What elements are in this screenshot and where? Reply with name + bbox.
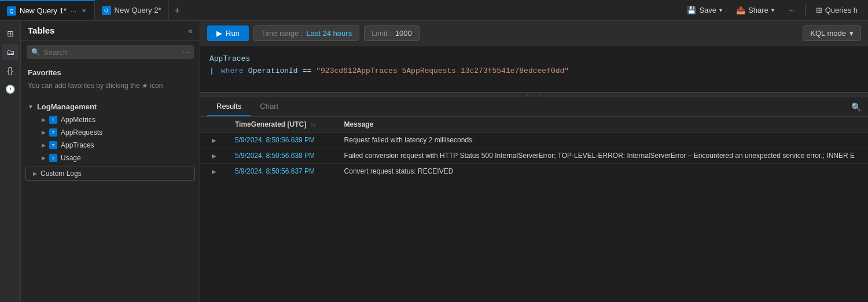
row-expand-2[interactable]: ▶ [207,149,221,163]
row-3-message: Convert request status: RECEIVED [337,164,868,179]
tables-section: ▼ LogManagement ▶ T AppMetrics ▶ T AppRe… [21,95,200,302]
code-field: OperationId [248,65,298,78]
limit-button[interactable]: Limit : 1000 [364,25,420,41]
favorites-section: Favorites You can add favorites by click… [21,64,200,95]
item-chevron-apprequests-icon: ▶ [42,130,46,135]
table-item-appmetrics[interactable]: ▶ T AppMetrics [28,113,193,126]
code-line-bar: | [209,65,214,78]
results-table-container: TimeGenerated [UTC] ↑↓ Message ▶ 5/9/202… [200,117,868,302]
queries-button[interactable]: ⊞ Queries h [810,3,863,17]
function-icon[interactable]: {} [2,62,19,79]
tab-results-label: Results [216,102,241,111]
collapse-button[interactable]: « [188,26,193,35]
time-range-button[interactable]: Time range : Last 24 hours [253,25,359,41]
share-button[interactable]: 📤 Share ▾ [730,3,780,17]
clock-icon[interactable]: 🕐 [2,81,19,97]
grid-icon[interactable]: ⊞ [2,25,19,42]
share-arrow-icon: ▾ [771,7,774,13]
queries-icon: ⊞ [816,6,822,14]
table-icon-apptraces: T [49,141,57,149]
results-table: TimeGenerated [UTC] ↑↓ Message ▶ 5/9/202… [200,117,868,179]
table-icon[interactable]: 🗂 [2,44,19,60]
code-table-name: AppTraces [209,53,250,65]
run-play-icon: ▶ [216,29,222,38]
row-1-timestamp: 5/9/2024, 8:50:56.639 PM [235,136,315,144]
item-chevron-apptraces-icon: ▶ [42,142,46,148]
time-range-label: Time range : [261,29,303,38]
results-search-icon[interactable]: 🔍 [851,102,861,112]
queries-label: Queries h [825,6,858,14]
tab-dots-1[interactable]: ··· [70,6,77,16]
panel-title: Tables [28,25,54,35]
code-line-1: AppTraces [209,53,859,65]
kql-mode-arrow-icon: ▾ [849,29,854,38]
tab-close-1[interactable]: ✕ [80,6,87,15]
row-2-message: Failed conversion request with HTTP Stat… [337,148,868,164]
side-icon-bar: ⊞ 🗂 {} 🕐 [0,21,21,302]
search-input[interactable] [43,48,179,57]
table-row: ▶ 5/9/2024, 8:50:56.639 PM Request faile… [200,132,868,148]
row-3-timestamp: 5/9/2024, 8:50:56.637 PM [235,167,315,175]
left-panel: Tables « 🔍 ··· Favorites You can add fav… [21,21,200,302]
table-icon-usage: T [49,154,57,162]
favorites-hint: You can add favorites by clicking the ★ … [28,80,193,91]
table-label-apptraces: AppTraces [61,141,94,149]
tab-bar: Q New Query 1* ··· ✕ Q New Query 2* + 💾 … [0,0,868,21]
custom-logs-label: Custom Logs [41,170,82,178]
item-chevron-appmetrics-icon: ▶ [42,117,46,123]
search-box: 🔍 ··· [27,45,194,59]
table-icon-apprequests: T [49,128,57,137]
row-expand-3[interactable]: ▶ [207,165,221,178]
run-label: Run [226,29,240,38]
custom-logs-chevron-icon: ▶ [33,171,37,176]
code-operator: == [303,65,312,78]
tab-add-button[interactable]: + [169,0,186,20]
time-range-value: Last 24 hours [306,29,352,38]
search-icon: 🔍 [31,48,40,56]
expand-col-header [200,117,228,132]
tab-chart[interactable]: Chart [251,97,288,116]
code-editor[interactable]: AppTraces | where OperationId == "923cd6… [200,46,868,93]
panel-header: Tables « [21,21,200,40]
run-button[interactable]: ▶ Run [207,25,249,41]
tab-label-1: New Query 1* [20,6,67,15]
favorites-title: Favorites [28,68,193,77]
save-button[interactable]: 💾 Save ▾ [681,3,728,17]
limit-label: Limit : [372,29,392,38]
search-more-icon[interactable]: ··· [182,47,189,57]
tab-new-query-1[interactable]: Q New Query 1* ··· ✕ [0,0,95,20]
tab-icon-1: Q [7,6,16,16]
col-message-label: Message [344,120,374,128]
table-item-apprequests[interactable]: ▶ T AppRequests [28,126,193,139]
more-options-button[interactable]: ··· [782,3,800,17]
table-item-apptraces[interactable]: ▶ T AppTraces [28,139,193,152]
results-tabs-bar: Results Chart 🔍 [200,97,868,117]
tab-new-query-2[interactable]: Q New Query 2* [95,0,169,20]
save-icon: 💾 [687,6,696,14]
col-header-timegen[interactable]: TimeGenerated [UTC] ↑↓ [228,117,337,132]
log-management-group: ▼ LogManagement ▶ T AppMetrics ▶ T AppRe… [21,98,200,167]
group-chevron-icon: ▼ [28,104,34,110]
item-chevron-usage-icon: ▶ [42,155,46,161]
code-line-2: | where OperationId == "923cd612AppTrace… [209,65,859,78]
custom-logs-row[interactable]: ▶ Custom Logs [25,167,195,181]
row-expand-1[interactable]: ▶ [207,134,221,147]
tab-chart-label: Chart [260,102,278,111]
tab-results[interactable]: Results [207,97,251,116]
table-label-usage: Usage [61,154,81,162]
save-arrow-icon: ▾ [719,7,722,13]
main-content: ⊞ 🗂 {} 🕐 Tables « 🔍 ··· Favorites You ca… [0,21,868,302]
table-row: ▶ 5/9/2024, 8:50:56.637 PM Convert reque… [200,164,868,179]
table-label-apprequests: AppRequests [61,128,102,137]
table-item-usage[interactable]: ▶ T Usage [28,152,193,164]
results-panel: Results Chart 🔍 TimeGenerated [UTC] ↑↓ [200,97,868,302]
resize-handle[interactable]: · · · [200,93,868,97]
toolbar-divider [805,5,806,16]
kql-mode-button[interactable]: KQL mode ▾ [803,25,861,41]
share-label: Share [748,6,768,14]
right-panel: ▶ Run Time range : Last 24 hours Limit :… [200,21,868,302]
table-header-row: TimeGenerated [UTC] ↑↓ Message [200,117,868,132]
col-timegen-label: TimeGenerated [UTC] [235,120,306,128]
log-management-header[interactable]: ▼ LogManagement [28,100,193,113]
row-2-timestamp: 5/9/2024, 8:50:56.638 PM [235,152,315,160]
